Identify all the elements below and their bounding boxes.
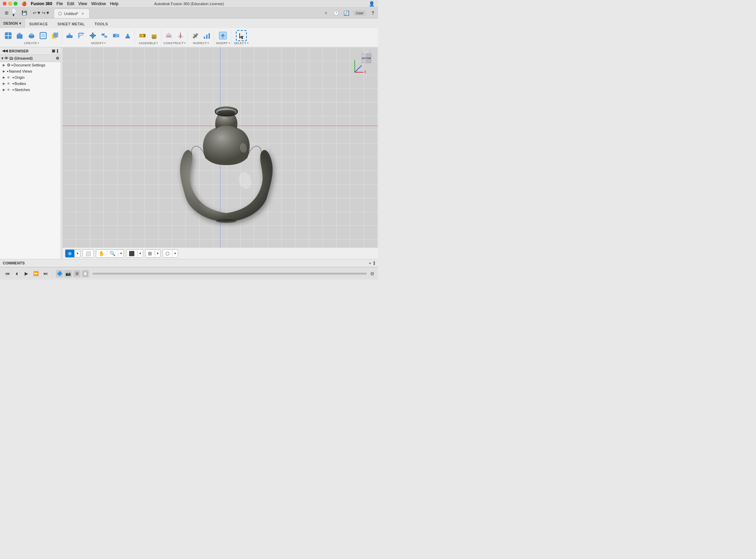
insert-tool[interactable] (217, 30, 228, 41)
section-btn[interactable]: ⬡ (163, 250, 172, 257)
keyframe-icon[interactable]: 🔷 (56, 270, 63, 277)
settings-icon[interactable]: ⚙ (56, 56, 59, 61)
tree-item-sketches[interactable]: ▶ 👁 ▪ Sketches (0, 87, 61, 93)
step-forward-btn[interactable]: ⏩ (32, 270, 40, 277)
modify-label[interactable]: MODIFY ▾ (91, 41, 106, 45)
refresh-button[interactable]: 🔄 (343, 9, 350, 17)
collapse-icon[interactable]: ◀◀ (2, 49, 8, 53)
eye-icon[interactable]: 👁 (7, 82, 12, 86)
ground-tool[interactable] (149, 30, 160, 41)
move-tool[interactable] (87, 30, 98, 41)
menu-window[interactable]: Window (91, 1, 106, 6)
new-component-tool[interactable] (3, 30, 14, 41)
zoom-dropdown[interactable]: ▾ (118, 250, 124, 256)
expand-icon[interactable]: ‖ (56, 49, 59, 53)
align-tool[interactable] (99, 30, 110, 41)
assemble-label[interactable]: ASSEMBLE ▾ (138, 41, 158, 45)
expand-arrow[interactable]: ▶ (1, 75, 6, 80)
document-tab[interactable]: ⬡ Untitled* ✕ (54, 9, 90, 18)
skip-end-btn[interactable]: ⏭ (42, 270, 49, 277)
maximize-button[interactable] (14, 2, 17, 5)
combine-tool[interactable] (49, 30, 60, 41)
undo-icon[interactable]: ↩▼ (33, 9, 41, 17)
new-file-icon[interactable]: 📄▼ (12, 9, 19, 17)
expand-arrow[interactable]: ▶ (1, 81, 6, 86)
section-dropdown[interactable]: ▾ (172, 250, 178, 256)
menu-view[interactable]: View (78, 1, 87, 6)
eye-icon[interactable]: 👁 (7, 76, 12, 79)
select-label[interactable]: SELECT ▾ (234, 41, 249, 45)
play-btn[interactable]: ▶ (23, 270, 30, 277)
insert-label[interactable]: INSERT ▾ (216, 41, 230, 45)
expand-arrow[interactable]: ▶ (1, 87, 6, 92)
tree-item-bodies[interactable]: ▶ 👁 ▪ Bodies (0, 80, 61, 87)
display-mode-btn[interactable]: ⬛ (126, 250, 137, 257)
step-back-btn[interactable]: ⏴ (13, 270, 21, 277)
screen-icon[interactable]: 🖥 (73, 270, 80, 277)
tab-surface[interactable]: SURFACE (24, 21, 53, 28)
measure-tool[interactable] (190, 30, 201, 41)
tree-item-origin[interactable]: ▶ 👁 ▪ Origin (0, 74, 61, 80)
offset-plane-tool[interactable] (163, 30, 174, 41)
nav-cube[interactable]: X BOTTOM (351, 50, 375, 74)
revolve-tool[interactable] (26, 30, 37, 41)
help-button[interactable]: ? (369, 9, 377, 17)
create-label[interactable]: CREATE ▾ (24, 41, 39, 45)
select-dropdown[interactable]: ▾ (75, 250, 80, 256)
user-profile[interactable]: 👤 (368, 0, 375, 8)
save-icon[interactable]: 💾 (21, 9, 28, 17)
tree-item-named-views[interactable]: ▶ ▪ Named Views (0, 68, 61, 74)
design-mode-button[interactable]: DESIGN ▾ (0, 18, 25, 28)
grid-btn[interactable]: ⊞ (146, 250, 155, 257)
axis-tool[interactable] (175, 30, 186, 41)
select-mode-btn[interactable]: ⊕ (65, 250, 75, 257)
item-label: Document Settings (13, 63, 59, 67)
add-tab-button[interactable]: ＋ (322, 9, 330, 17)
draft-tool[interactable] (122, 30, 133, 41)
expand-arrow[interactable]: ▶ (1, 69, 6, 74)
grid-icon[interactable]: ⊞ (3, 9, 10, 17)
camera-icon[interactable]: 📷 (64, 270, 72, 277)
app-name[interactable]: Fusion 360 (31, 1, 52, 6)
menu-edit[interactable]: Edit (67, 1, 74, 6)
pin-icon[interactable]: ▣ (52, 49, 55, 53)
capture-position-btn[interactable]: ⬜ (83, 250, 93, 257)
display-dropdown[interactable]: ▾ (137, 250, 143, 256)
redo-icon[interactable]: ↪▼ (42, 9, 50, 17)
viewport-3d[interactable]: X BOTTOM ⊕ ▾ ⬜ (62, 47, 378, 259)
comments-expand[interactable]: ‖ (373, 261, 375, 266)
eye-icon[interactable]: 👁 (7, 88, 12, 92)
settings-gear-btn[interactable]: ⚙ (370, 271, 375, 276)
construct-label[interactable]: CONSTRUCT ▾ (163, 41, 186, 45)
analysis-tool[interactable] (201, 30, 212, 41)
inspect-label[interactable]: INSPECT ▾ (193, 41, 209, 45)
grid-dropdown[interactable]: ▾ (155, 250, 160, 256)
expand-arrow[interactable]: ▶ (1, 63, 6, 67)
tab-sheet-metal[interactable]: SHEET METAL (53, 21, 90, 28)
tree-collapse-icon[interactable]: ▾ (1, 56, 3, 61)
document-icon[interactable]: 📋 (81, 270, 89, 277)
skip-start-btn[interactable]: ⏮ (3, 270, 11, 277)
press-pull-tool[interactable] (64, 30, 75, 41)
zoom-btn[interactable]: 🔍 (107, 250, 118, 257)
tab-tools[interactable]: TOOLS (90, 21, 113, 28)
pan-btn[interactable]: ✋ (96, 250, 107, 257)
menu-file[interactable]: File (56, 1, 63, 6)
joint-tool[interactable] (137, 30, 148, 41)
close-button[interactable] (3, 2, 7, 5)
folder-icon: 🗂 (9, 56, 13, 61)
fillet-tool[interactable] (76, 30, 87, 41)
add-comment-btn[interactable]: ＋ (368, 261, 372, 266)
tree-item-document-settings[interactable]: ▶ ⚙ ▪ Document Settings (0, 62, 61, 68)
minimize-button[interactable] (8, 2, 12, 5)
recents-button[interactable]: 🕐 (332, 9, 340, 17)
split-body-tool[interactable] (111, 30, 122, 41)
tree-root[interactable]: ▾ 👁 🗂 (Unsaved) ⚙ (0, 55, 61, 62)
extrude-tool[interactable] (14, 30, 25, 41)
menu-help[interactable]: Help (110, 1, 118, 6)
shell-tool[interactable] (38, 30, 49, 41)
eye-icon[interactable]: 👁 (4, 56, 8, 60)
select-tool[interactable] (236, 30, 247, 41)
apple-icon[interactable]: 🍎 (22, 1, 27, 6)
tab-close-button[interactable]: ✕ (80, 11, 85, 16)
